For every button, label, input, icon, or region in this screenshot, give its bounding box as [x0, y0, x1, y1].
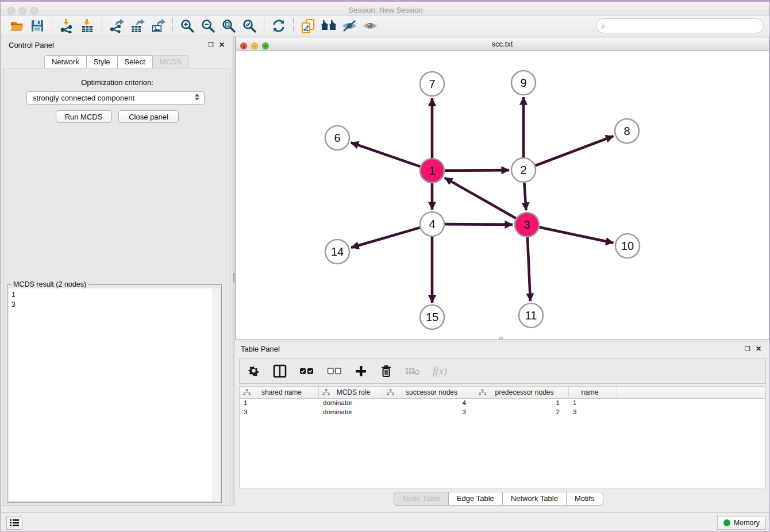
node-11[interactable]: 11: [519, 303, 543, 327]
cell-successor-nodes[interactable]: 3: [383, 408, 475, 417]
node-6[interactable]: 6: [325, 126, 349, 150]
table-panel: Table Panel ❒ ✕: [235, 342, 769, 511]
table-row[interactable]: 3dominator323: [240, 408, 765, 417]
toolbar-separator: [102, 18, 102, 33]
edge-2-8[interactable]: [536, 136, 614, 165]
deselect-all-icon[interactable]: [327, 363, 342, 379]
select-all-icon[interactable]: [299, 363, 314, 379]
cell-predecessor-nodes[interactable]: 1: [475, 399, 569, 408]
zoom-fit-icon[interactable]: [218, 17, 239, 34]
edge-3-10[interactable]: [540, 228, 614, 243]
tab-motifs[interactable]: Motifs: [567, 492, 603, 506]
memory-button[interactable]: Memory: [717, 516, 766, 530]
close-panel-button[interactable]: Close panel: [118, 110, 179, 123]
table-row[interactable]: 1dominator411: [240, 399, 765, 408]
memory-label: Memory: [734, 519, 760, 527]
refresh-icon[interactable]: [268, 17, 289, 34]
mcds-result-text[interactable]: 1 3: [9, 288, 220, 501]
zoom-in-icon[interactable]: [177, 17, 198, 34]
show-all-icon[interactable]: [360, 17, 380, 34]
network-window-titlebar[interactable]: x−+ scc.txt: [236, 37, 769, 51]
cell-MCDS-role[interactable]: dominator: [319, 408, 383, 417]
tab-style[interactable]: Style: [87, 55, 118, 69]
close-table-panel-icon[interactable]: ✕: [756, 345, 761, 353]
column-header-name[interactable]: name: [569, 387, 617, 398]
toolbar-separator: [172, 18, 173, 33]
column-header-MCDS-role[interactable]: MCDS role: [319, 387, 383, 398]
tab-network[interactable]: Network: [44, 55, 87, 69]
node-9[interactable]: 9: [511, 71, 536, 95]
node-label: 7: [429, 78, 435, 90]
open-session-icon[interactable]: [6, 17, 27, 34]
column-visibility-icon[interactable]: [273, 363, 287, 379]
delete-column-icon[interactable]: [380, 363, 392, 379]
zoom-selected-icon[interactable]: [239, 17, 260, 34]
export-table-icon[interactable]: [127, 17, 148, 34]
node-7[interactable]: 7: [420, 72, 444, 96]
edge-3-11[interactable]: [528, 237, 530, 301]
node-10[interactable]: 10: [615, 234, 640, 258]
node-label: 4: [429, 218, 435, 230]
node-14[interactable]: 14: [325, 240, 349, 264]
node-3[interactable]: 3: [515, 213, 539, 237]
node-8[interactable]: 8: [615, 119, 639, 143]
search-input[interactable]: [596, 18, 764, 33]
control-panel-tabs: NetworkStyleSelectMCDS: [1, 55, 233, 69]
cell-shared-name[interactable]: 1: [240, 399, 319, 408]
tab-select[interactable]: Select: [118, 55, 153, 69]
column-header-successor-nodes[interactable]: successor nodes: [383, 387, 475, 398]
node-table[interactable]: shared nameMCDS rolesuccessor nodesprede…: [239, 386, 766, 488]
node-label: 6: [334, 132, 340, 144]
node-label: 3: [523, 218, 530, 231]
cell-successor-nodes[interactable]: 4: [383, 399, 475, 408]
cell-name[interactable]: 3: [569, 408, 617, 417]
column-header-shared-name[interactable]: shared name: [240, 387, 319, 398]
control-panel-header: Control Panel ❒ ✕: [1, 41, 233, 52]
tab-mcds[interactable]: MCDS: [153, 55, 189, 69]
clone-network-icon[interactable]: [298, 17, 318, 34]
cell-MCDS-role[interactable]: dominator: [319, 399, 383, 408]
export-network-icon[interactable]: [106, 17, 127, 34]
node-2[interactable]: 2: [511, 158, 536, 182]
task-history-button[interactable]: [6, 516, 22, 530]
zoom-out-icon[interactable]: [198, 17, 218, 34]
edge-1-6[interactable]: [351, 142, 421, 167]
edge-3-1[interactable]: [445, 178, 516, 218]
cell-shared-name[interactable]: 3: [240, 408, 319, 417]
tab-edge-table[interactable]: Edge Table: [449, 492, 503, 506]
node-4[interactable]: 4: [420, 212, 444, 236]
import-network-icon[interactable]: [56, 17, 77, 34]
float-table-panel-icon[interactable]: ❒: [745, 345, 750, 353]
close-panel-icon[interactable]: ✕: [219, 41, 225, 49]
criterion-dropdown[interactable]: strongly connected component: [26, 91, 205, 105]
export-image-icon[interactable]: [148, 17, 168, 34]
node-15[interactable]: 15: [420, 305, 444, 329]
search-field[interactable]: ⌕: [596, 18, 764, 33]
float-panel-icon[interactable]: ❒: [208, 41, 214, 49]
column-header-predecessor-nodes[interactable]: predecessor nodes: [475, 387, 569, 398]
edge-1-2[interactable]: [445, 170, 509, 171]
first-neighbors-icon[interactable]: [318, 17, 339, 34]
tab-network-table[interactable]: Network Table: [503, 492, 567, 506]
mcds-panel-body: Optimization criterion: strongly connect…: [3, 68, 230, 506]
cell-predecessor-nodes[interactable]: 2: [475, 408, 569, 417]
network-canvas[interactable]: 7968124314101511: [236, 51, 769, 340]
hide-selected-icon[interactable]: [339, 17, 360, 34]
add-column-icon[interactable]: [355, 363, 367, 379]
cell-name[interactable]: 1: [569, 399, 617, 408]
edge-4-14[interactable]: [351, 228, 420, 248]
edge-4-3[interactable]: [445, 224, 513, 225]
import-table-icon[interactable]: [77, 17, 98, 34]
table-settings-icon[interactable]: [248, 363, 260, 379]
result-scrollbar[interactable]: [213, 288, 220, 501]
node-1[interactable]: 1: [420, 159, 444, 183]
edge-2-3[interactable]: [524, 183, 526, 210]
toolbar-separator: [264, 18, 264, 33]
network-resize-grip[interactable]: [499, 337, 503, 340]
run-mcds-button[interactable]: Run MCDS: [56, 110, 111, 123]
search-icon: ⌕: [601, 21, 606, 31]
function-builder-icon: f(x): [433, 363, 447, 379]
tab-node-table[interactable]: Node Table: [394, 492, 449, 506]
save-session-icon[interactable]: [27, 17, 48, 34]
node-label: 9: [520, 76, 526, 89]
